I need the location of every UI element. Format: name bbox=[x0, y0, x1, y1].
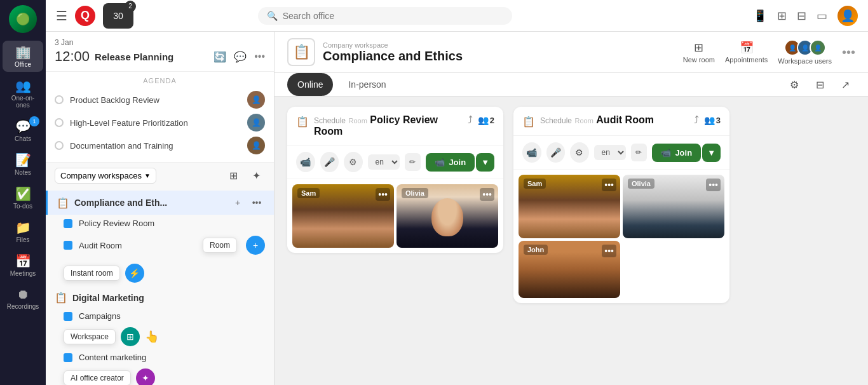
settings-icon-btn[interactable]: ⚙ bbox=[784, 74, 804, 95]
workspace-more-dots[interactable]: ••• bbox=[842, 45, 855, 60]
appointments-btn[interactable]: 📅 Appointments bbox=[725, 41, 768, 64]
join-btn-audit[interactable]: 📹 Join bbox=[652, 144, 701, 162]
sidebar-item-office[interactable]: 🏢 Office bbox=[3, 41, 43, 72]
ai-office-btn[interactable]: ✦ bbox=[136, 368, 155, 385]
window-view-icon[interactable]: ▭ bbox=[817, 9, 827, 23]
room-card-controls-audit: 📹 🎤 ⚙ en ✏ 📹 Join ▼ bbox=[513, 136, 729, 170]
sidebar-item-meetings[interactable]: 📅 Meetings bbox=[3, 250, 43, 281]
mic-btn-audit[interactable]: 🎤 bbox=[546, 142, 566, 163]
add-room-circle-btn[interactable]: + bbox=[246, 236, 265, 255]
sidebar-item-recordings[interactable]: ⏺ Recordings bbox=[3, 283, 43, 314]
workspace-users-btn[interactable]: 👤 👤 👤 Workspace users bbox=[778, 39, 832, 65]
room-card-audit: 📋 Schedule Room Audit Room ⤴ 👥 3 bbox=[513, 107, 729, 303]
sidebar-item-todos[interactable]: ✅ To-dos bbox=[3, 182, 43, 213]
chat-icon[interactable]: 💬 bbox=[234, 51, 247, 63]
add-room-btn[interactable]: + bbox=[229, 194, 246, 211]
join-label-audit: Join bbox=[675, 148, 692, 158]
schedule-icon-audit: 📋 bbox=[522, 116, 535, 128]
settings-btn-policy[interactable]: ⚙ bbox=[344, 152, 363, 172]
sidebar-item-one-on-ones[interactable]: 👥 One-on-ones bbox=[3, 74, 43, 112]
share-icon-audit[interactable]: ⤴ bbox=[694, 114, 699, 126]
meeting-date: 3 Jan bbox=[55, 38, 265, 47]
lang-select-policy[interactable]: en bbox=[368, 154, 400, 170]
video-tile-john-audit: John ••• bbox=[519, 241, 620, 298]
share-icon-policy[interactable]: ⤴ bbox=[468, 114, 473, 126]
add-workspace-btn[interactable]: ⊞ bbox=[224, 166, 242, 184]
camera-btn-audit[interactable]: 📹 bbox=[522, 142, 541, 163]
room-item-campaigns[interactable]: Campaigns bbox=[46, 307, 274, 325]
settings-btn-audit[interactable]: ⚙ bbox=[570, 142, 589, 163]
left-sidebar: 🟢 🏢 Office 👥 One-on-ones 💬 Chats 1 📝 Not… bbox=[0, 0, 46, 385]
instant-room-btn[interactable]: ⚡ bbox=[125, 264, 144, 283]
split-view-icon[interactable]: ⊟ bbox=[797, 9, 806, 23]
edit-btn-audit[interactable]: ✏ bbox=[631, 144, 648, 161]
more-options-btn[interactable]: ••• bbox=[248, 194, 265, 211]
workspace-action-btn[interactable]: ⊞ bbox=[121, 327, 140, 346]
room-item-audit[interactable]: Audit Room Room + bbox=[46, 232, 274, 259]
video-grid-audit: Sam ••• Olivia ••• John ••• bbox=[513, 170, 729, 303]
sidebar-item-files[interactable]: 📁 Files bbox=[3, 216, 43, 247]
mobile-view-icon[interactable]: 📱 bbox=[753, 9, 767, 23]
agenda-avatar-2: 👤 bbox=[247, 114, 265, 132]
video-more-sam-audit[interactable]: ••• bbox=[602, 179, 616, 191]
join-group-audit: 📹 Join ▼ bbox=[652, 144, 721, 162]
app-logo[interactable]: 🟢 bbox=[9, 5, 37, 33]
search-input[interactable] bbox=[283, 11, 503, 21]
chats-badge: 1 bbox=[29, 116, 39, 126]
workspace-dropdown[interactable]: Company workspaces ▼ bbox=[55, 168, 156, 184]
workspace-folder-icon: 📋 bbox=[57, 197, 69, 209]
room-card-policy: 📋 Schedule Room Policy Review Room ⤴ 👥 2 bbox=[287, 107, 503, 253]
workspace-list: Company workspaces ▼ ⊞ ✦ 📋 Compliance an… bbox=[46, 163, 274, 385]
lang-select-audit[interactable]: en bbox=[594, 145, 626, 160]
chats-icon: 💬 bbox=[15, 119, 31, 134]
mic-btn-policy[interactable]: 🎤 bbox=[320, 152, 339, 172]
join-caret-policy[interactable]: ▼ bbox=[476, 153, 494, 172]
video-more-olivia-audit[interactable]: ••• bbox=[706, 179, 721, 191]
edit-btn-policy[interactable]: ✏ bbox=[405, 153, 421, 171]
join-btn-policy[interactable]: 📹 Join bbox=[426, 153, 475, 172]
room-item-content[interactable]: Content marketing bbox=[46, 349, 274, 366]
room-item-policy[interactable]: Policy Review Room bbox=[46, 215, 274, 232]
agenda-text-1: Product Backlog Review bbox=[70, 95, 241, 105]
top-bar: ☰ Q 30 2 🔍 📱 ⊞ ⊟ ▭ 👤 bbox=[46, 0, 868, 32]
meeting-tab-button[interactable]: 30 2 bbox=[103, 3, 133, 29]
meeting-badge: 2 bbox=[125, 1, 136, 12]
grid-view-icon[interactable]: ⊞ bbox=[777, 9, 787, 23]
tab-in-person[interactable]: In-person bbox=[338, 73, 396, 96]
sidebar-item-label: Office bbox=[15, 61, 31, 68]
video-more-sam-policy[interactable]: ••• bbox=[376, 188, 390, 201]
workspace-header: Company workspaces ▼ ⊞ ✦ bbox=[46, 163, 274, 188]
expand-icon-btn[interactable]: ↗ bbox=[835, 74, 855, 95]
workspace-dropdown-label: Company workspaces bbox=[60, 171, 142, 180]
sidebar-item-notes[interactable]: 📝 Notes bbox=[3, 149, 43, 180]
agenda-label: AGENDA bbox=[55, 77, 265, 84]
user-avatar[interactable]: 👤 bbox=[837, 6, 858, 26]
workspace-icon-big: 📋 bbox=[287, 38, 315, 66]
video-more-olivia-policy[interactable]: ••• bbox=[480, 188, 494, 201]
new-room-btn[interactable]: ⊞ New room bbox=[683, 41, 715, 64]
agenda-text-2: High-Level Feature Prioritization bbox=[70, 118, 241, 128]
tab-online[interactable]: Online bbox=[287, 73, 333, 96]
join-caret-audit[interactable]: ▼ bbox=[702, 144, 721, 162]
more-icon[interactable]: ••• bbox=[254, 51, 265, 62]
star-workspace-btn[interactable]: ✦ bbox=[247, 166, 265, 184]
meetings-icon: 📅 bbox=[15, 253, 31, 269]
ws-actions: ⊞ ✦ bbox=[224, 166, 265, 184]
top-bar-right: 📱 ⊞ ⊟ ▭ 👤 bbox=[753, 6, 858, 26]
layout-icon-btn[interactable]: ⊟ bbox=[810, 74, 830, 95]
instant-room-tooltip-row: Instant room ⚡ bbox=[46, 261, 274, 285]
video-name-olivia-policy: Olivia bbox=[402, 188, 428, 198]
refresh-icon[interactable]: 🔄 bbox=[214, 51, 226, 63]
meeting-header: 3 Jan 12:00 Release Planning 🔄 💬 ••• bbox=[46, 32, 274, 72]
room-name-audit: Audit Room bbox=[79, 241, 191, 250]
room-name-campaigns: Campaigns bbox=[79, 311, 265, 321]
ws-group-name-digital: Digital Marketing bbox=[72, 293, 265, 303]
sidebar-item-chats[interactable]: 💬 Chats 1 bbox=[3, 115, 43, 146]
ws-group-header-digital[interactable]: 📋 Digital Marketing bbox=[46, 288, 274, 307]
ws-group-header-compliance[interactable]: 📋 Compliance and Eth... + ••• bbox=[46, 191, 274, 215]
join-label-policy: Join bbox=[449, 158, 466, 167]
hamburger-menu[interactable]: ☰ bbox=[56, 8, 67, 24]
user-avatar-sm-3: 👤 bbox=[810, 39, 826, 56]
video-more-john-audit[interactable]: ••• bbox=[602, 245, 616, 257]
camera-btn-policy[interactable]: 📹 bbox=[296, 152, 315, 172]
